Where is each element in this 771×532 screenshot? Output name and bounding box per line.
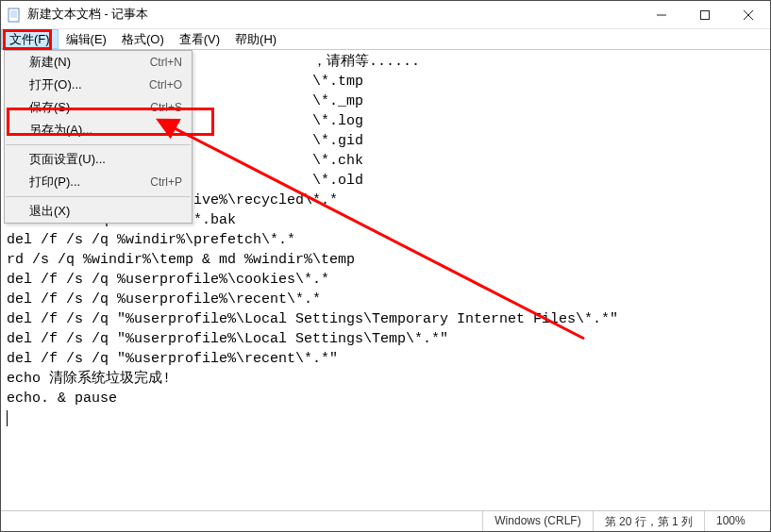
window-title: 新建文本文档 - 记事本 bbox=[27, 7, 640, 23]
menu-item-saveas[interactable]: 另存为(A)... bbox=[5, 119, 192, 141]
menu-item-label: 另存为(A)... bbox=[29, 122, 92, 139]
status-zoom: 100% bbox=[704, 511, 770, 531]
menu-separator bbox=[6, 144, 191, 145]
menu-item-shortcut: Ctrl+N bbox=[150, 56, 182, 69]
menu-item-label: 新建(N) bbox=[29, 54, 71, 71]
menu-item-shortcut: Ctrl+P bbox=[150, 175, 182, 189]
status-encoding: Windows (CRLF) bbox=[482, 511, 592, 531]
menu-item-shortcut: Ctrl+S bbox=[150, 101, 182, 114]
file-menu-dropdown: 新建(N)Ctrl+N 打开(O)...Ctrl+O 保存(S)Ctrl+S 另… bbox=[4, 50, 193, 224]
menubar: 文件(F) 编辑(E) 格式(O) 查看(V) 帮助(H) bbox=[1, 29, 770, 50]
menu-item-print[interactable]: 打印(P)...Ctrl+P bbox=[5, 171, 192, 193]
minimize-button[interactable] bbox=[640, 1, 683, 28]
menu-item-label: 页面设置(U)... bbox=[29, 151, 106, 168]
menu-view[interactable]: 查看(V) bbox=[172, 29, 227, 49]
close-button[interactable] bbox=[727, 1, 770, 28]
menu-item-label: 保存(S) bbox=[29, 99, 70, 116]
menu-item-label: 打开(O)... bbox=[29, 76, 82, 93]
status-cursor-position: 第 20 行，第 1 列 bbox=[593, 511, 704, 531]
menu-item-label: 打印(P)... bbox=[29, 174, 80, 191]
window-controls bbox=[640, 1, 770, 28]
status-spacer bbox=[1, 511, 482, 531]
menu-item-label: 退出(X) bbox=[29, 203, 70, 220]
titlebar: 新建文本文档 - 记事本 bbox=[1, 1, 770, 29]
menu-format[interactable]: 格式(O) bbox=[114, 29, 172, 49]
menu-file[interactable]: 文件(F) bbox=[1, 29, 59, 49]
menu-item-open[interactable]: 打开(O)...Ctrl+O bbox=[5, 74, 192, 96]
menu-edit[interactable]: 编辑(E) bbox=[59, 29, 114, 49]
menu-item-pagesetup[interactable]: 页面设置(U)... bbox=[5, 148, 192, 171]
menu-item-new[interactable]: 新建(N)Ctrl+N bbox=[5, 51, 192, 74]
text-caret bbox=[7, 410, 8, 426]
menu-item-shortcut: Ctrl+O bbox=[149, 78, 182, 91]
app-icon bbox=[7, 8, 22, 23]
notepad-window: 新建文本文档 - 记事本 文件(F) 编辑(E) 格式(O) 查看(V) 帮助(… bbox=[0, 0, 771, 532]
menu-item-save[interactable]: 保存(S)Ctrl+S bbox=[5, 96, 192, 119]
menu-item-exit[interactable]: 退出(X) bbox=[5, 200, 192, 223]
menu-help[interactable]: 帮助(H) bbox=[227, 29, 284, 49]
statusbar: Windows (CRLF) 第 20 行，第 1 列 100% bbox=[1, 510, 770, 531]
svg-rect-6 bbox=[701, 10, 710, 19]
menu-separator bbox=[6, 196, 191, 197]
maximize-button[interactable] bbox=[683, 1, 727, 28]
